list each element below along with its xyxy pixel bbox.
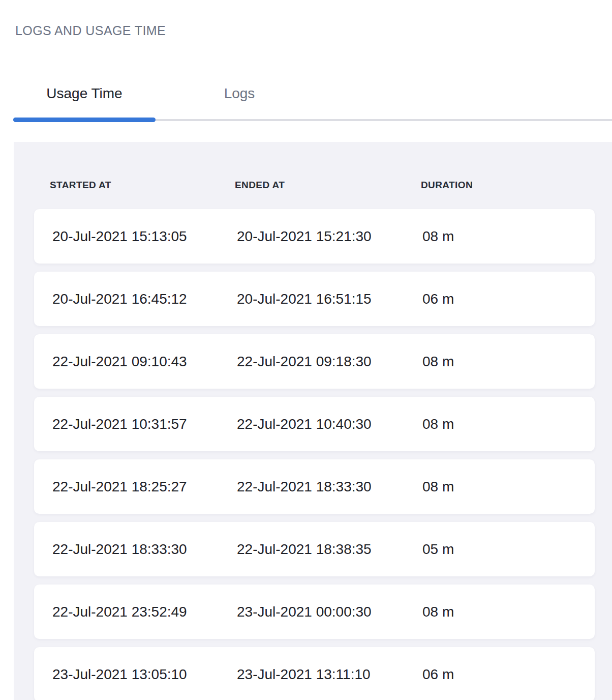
table-row: 22-Jul-2021 23:52:49 23-Jul-2021 00:00:3… <box>34 585 595 639</box>
column-header-duration: DURATION <box>421 180 595 191</box>
cell-duration: 08 m <box>422 354 595 370</box>
cell-started-at: 22-Jul-2021 18:25:27 <box>52 479 237 495</box>
cell-duration: 08 m <box>422 416 595 432</box>
tab-logs-label: Logs <box>224 84 255 103</box>
cell-duration: 06 m <box>422 291 595 307</box>
table-header-row: STARTED AT ENDED AT DURATION <box>34 180 595 191</box>
table-row: 20-Jul-2021 16:45:12 20-Jul-2021 16:51:1… <box>34 272 595 326</box>
cell-duration: 08 m <box>422 604 595 620</box>
column-header-started-at: STARTED AT <box>50 180 235 191</box>
table-row: 22-Jul-2021 18:33:30 22-Jul-2021 18:38:3… <box>34 522 595 576</box>
cell-ended-at: 20-Jul-2021 16:51:15 <box>237 291 422 307</box>
page-title: LOGS AND USAGE TIME <box>15 23 612 38</box>
cell-started-at: 23-Jul-2021 13:05:10 <box>52 666 237 683</box>
cell-ended-at: 20-Jul-2021 15:21:30 <box>237 228 422 245</box>
cell-duration: 05 m <box>422 541 595 558</box>
cell-started-at: 22-Jul-2021 23:52:49 <box>52 604 237 620</box>
usage-table-body: 20-Jul-2021 15:13:05 20-Jul-2021 15:21:3… <box>34 209 595 700</box>
cell-started-at: 22-Jul-2021 09:10:43 <box>52 354 237 370</box>
tab-logs[interactable]: Logs <box>156 84 323 121</box>
cell-started-at: 22-Jul-2021 18:33:30 <box>52 541 237 558</box>
cell-duration: 06 m <box>422 666 595 683</box>
cell-ended-at: 22-Jul-2021 09:18:30 <box>237 354 422 370</box>
usage-time-panel: STARTED AT ENDED AT DURATION 20-Jul-2021… <box>14 142 612 700</box>
cell-started-at: 20-Jul-2021 16:45:12 <box>52 291 237 307</box>
tab-usage-time-label: Usage Time <box>46 84 122 103</box>
tab-usage-time[interactable]: Usage Time <box>13 84 156 121</box>
column-header-ended-at: ENDED AT <box>235 180 421 191</box>
cell-ended-at: 22-Jul-2021 10:40:30 <box>237 416 422 432</box>
cell-ended-at: 22-Jul-2021 18:38:35 <box>237 541 422 558</box>
table-row: 22-Jul-2021 09:10:43 22-Jul-2021 09:18:3… <box>34 334 595 389</box>
cell-ended-at: 23-Jul-2021 13:11:10 <box>237 666 422 683</box>
tab-bar: Usage Time Logs <box>13 84 612 121</box>
cell-started-at: 20-Jul-2021 15:13:05 <box>52 228 237 245</box>
active-tab-indicator <box>13 118 156 122</box>
cell-duration: 08 m <box>422 479 595 495</box>
table-row: 20-Jul-2021 15:13:05 20-Jul-2021 15:21:3… <box>34 209 595 264</box>
cell-ended-at: 22-Jul-2021 18:33:30 <box>237 479 422 495</box>
table-row: 22-Jul-2021 18:25:27 22-Jul-2021 18:33:3… <box>34 459 595 514</box>
table-row: 23-Jul-2021 13:05:10 23-Jul-2021 13:11:1… <box>34 647 595 700</box>
table-row: 22-Jul-2021 10:31:57 22-Jul-2021 10:40:3… <box>34 397 595 451</box>
cell-duration: 08 m <box>422 228 595 245</box>
cell-ended-at: 23-Jul-2021 00:00:30 <box>237 604 422 620</box>
cell-started-at: 22-Jul-2021 10:31:57 <box>52 416 237 432</box>
